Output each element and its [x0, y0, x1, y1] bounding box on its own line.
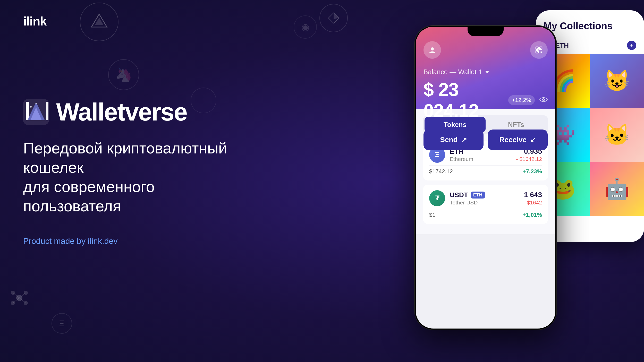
usdt-token-icon: ₮ — [429, 190, 445, 206]
token-eth-bottom: $1742.12 +7,23% — [429, 165, 542, 175]
eth-percent-change: +7,23% — [523, 168, 542, 175]
usdt-symbol: USDT — [450, 191, 468, 199]
balance-change-badge: +12,2% — [508, 95, 535, 105]
svg-point-20 — [30, 106, 32, 108]
svg-point-34 — [543, 99, 545, 101]
logo-text: ilink — [23, 14, 47, 28]
balance-label[interactable]: Balance — Wallet 1 — [423, 68, 548, 76]
token-usdt-values: 1 643 - $1642 — [524, 191, 542, 206]
walletverse-icon — [23, 99, 49, 125]
svg-point-23 — [431, 47, 434, 50]
screen-header: Balance — Wallet 1 $ 23 024.12 +12,2% — [416, 27, 555, 109]
made-by-text: Product made by ilink.dev — [23, 236, 242, 246]
nft-item-4[interactable]: 🐱 — [590, 108, 644, 162]
token-usdt-top: ₮ USDT ETH Tether USD 1 643 - — [429, 190, 542, 206]
nft-item-2[interactable]: 😺 — [590, 54, 644, 108]
balance-amount-row: $ 23 024.12 +12,2% — [423, 79, 548, 121]
profile-button[interactable] — [423, 41, 441, 59]
token-usdt-left: ₮ USDT ETH Tether USD — [429, 190, 485, 206]
qr-button[interactable] — [530, 41, 548, 59]
usdt-usd-value: $1 — [429, 212, 435, 218]
nft-item-6[interactable]: 🤖 — [590, 162, 644, 216]
svg-rect-32 — [540, 52, 540, 53]
tagline-line2: для современного пользователя — [23, 178, 155, 215]
usdt-network-badge: ETH — [471, 192, 485, 199]
tagline: Передовой криптовалютный кошелек для сов… — [23, 139, 242, 216]
brand-logo: ilink — [23, 14, 47, 28]
add-collection-button[interactable]: + — [627, 41, 636, 50]
eth-full-name: Ethereum — [450, 156, 473, 162]
eth-change-usd: - $1642.12 — [516, 156, 542, 162]
usdt-change-usd: - $1642 — [524, 200, 542, 206]
svg-rect-30 — [540, 51, 540, 51]
phones-container: My Collections Ξ ETH + 🌈 😺 👾 🐱 � — [283, 0, 644, 362]
usdt-amount: 1 643 — [524, 191, 542, 199]
eth-usd-value: $1742.12 — [429, 168, 453, 175]
svg-rect-29 — [537, 51, 538, 52]
svg-rect-16 — [26, 102, 28, 120]
token-usdt-bottom: $1 +1,01% — [429, 209, 542, 218]
usdt-full-name: Tether USD — [450, 200, 485, 206]
phone-screen: Balance — Wallet 1 $ 23 024.12 +12,2% — [416, 27, 555, 329]
send-button[interactable]: Send ↗ — [423, 130, 484, 150]
svg-point-21 — [36, 103, 37, 105]
visibility-icon[interactable] — [539, 96, 548, 104]
balance-label-text: Balance — Wallet 1 — [423, 68, 482, 76]
balance-value: $ 23 024.12 — [423, 79, 504, 121]
product-logo-row: Walletverse — [23, 98, 242, 126]
svg-rect-31 — [541, 51, 542, 51]
token-item-usdt[interactable]: ₮ USDT ETH Tether USD 1 643 - — [423, 185, 548, 224]
action-buttons: Send ↗ Receive ↙ — [423, 130, 548, 150]
usdt-percent-change: +1,01% — [523, 212, 542, 218]
balance-chevron-icon — [485, 71, 489, 73]
left-content-area: Walletverse Передовой криптовалютный кош… — [23, 98, 242, 246]
svg-rect-33 — [541, 52, 542, 53]
product-name: Walletverse — [56, 98, 187, 126]
svg-rect-17 — [46, 102, 48, 120]
receive-button[interactable]: Receive ↙ — [488, 130, 548, 150]
token-usdt-info: USDT ETH Tether USD — [450, 191, 485, 206]
phone-notch — [468, 27, 504, 36]
balance-section: Balance — Wallet 1 $ 23 024.12 +12,2% — [423, 59, 548, 121]
receive-label: Receive — [499, 136, 527, 144]
eth-collection-label: ETH — [555, 41, 569, 49]
svg-rect-28 — [540, 48, 541, 49]
screen-body: Tokens NFTs Ξ ETH Ethereum — [416, 109, 555, 234]
receive-arrow-icon: ↙ — [530, 136, 536, 144]
svg-point-22 — [28, 109, 29, 110]
svg-rect-27 — [537, 48, 538, 49]
tagline-line1: Передовой криптовалютный кошелек — [23, 140, 227, 176]
phone-main: Balance — Wallet 1 $ 23 024.12 +12,2% — [415, 26, 556, 330]
usdt-symbol-row: USDT ETH — [450, 191, 485, 199]
send-label: Send — [440, 136, 457, 144]
send-arrow-icon: ↗ — [461, 136, 467, 144]
